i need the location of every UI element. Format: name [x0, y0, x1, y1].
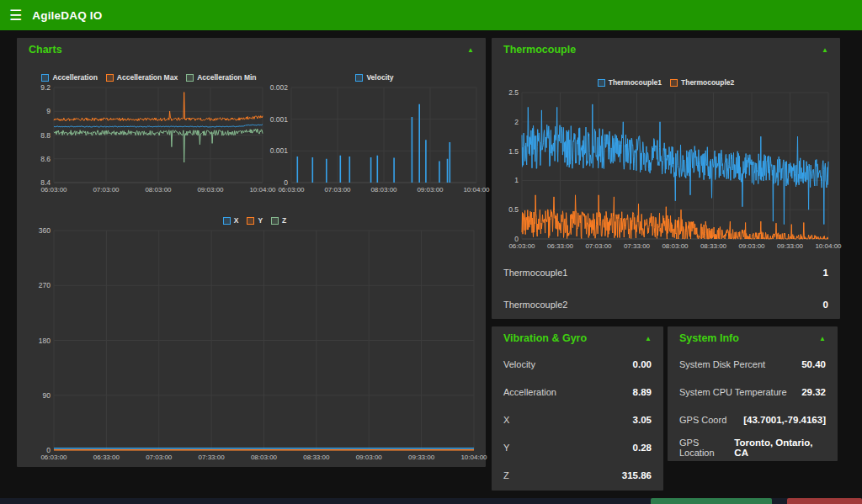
svg-text:2: 2	[514, 118, 519, 126]
metric-value: 8.89	[633, 387, 652, 397]
metric-row: System CPU Temperature 29.32	[668, 378, 838, 406]
svg-text:09:33:00: 09:33:00	[408, 454, 435, 461]
svg-text:08:03:00: 08:03:00	[662, 242, 689, 250]
hamburger-menu-icon[interactable]: ☰	[9, 8, 22, 23]
legend-swatch-icon	[41, 74, 49, 82]
vibration-readouts: Velocity 0.00 Accelleration 8.89 X 3.05 …	[492, 350, 663, 489]
svg-text:180: 180	[39, 337, 51, 345]
legend-item[interactable]: Thermocouple2	[670, 78, 734, 87]
svg-text:09:03:00: 09:03:00	[197, 186, 224, 194]
metric-label: System Disk Percent	[679, 359, 765, 369]
legend-item[interactable]: Thermocouple1	[598, 78, 662, 87]
legend-label: Accelleration	[52, 73, 97, 82]
legend-swatch-icon	[106, 74, 114, 82]
charts-panel: Charts ▲ AccellerationAccelleration MaxA…	[17, 38, 486, 467]
velocity-chart-plot: 0.0020.0010.001006:03:0007:03:0008:03:00…	[266, 83, 483, 196]
metric-row: Thermocouple2 0	[492, 289, 840, 321]
legend-swatch-icon	[598, 79, 605, 87]
metric-label: Thermocouple2	[503, 300, 567, 310]
svg-text:06:03:00: 06:03:00	[508, 242, 535, 250]
metric-value: 0.28	[633, 443, 652, 453]
system-readouts: System Disk Percent 50.40 System CPU Tem…	[668, 350, 838, 461]
collapse-arrow-icon[interactable]: ▲	[645, 335, 652, 342]
svg-text:08:33:00: 08:33:00	[303, 454, 330, 461]
svg-text:06:03:00: 06:03:00	[40, 186, 67, 194]
xyz-chart-plot: 36027018090006:03:0006:33:0007:03:0007:3…	[29, 226, 481, 464]
metric-row: Accelleration 8.89	[492, 378, 663, 406]
dashboard: ☰ AgileDAQ IO Charts ▲ AccellerationAcce…	[0, 0, 862, 504]
legend-label: X	[234, 216, 239, 225]
svg-text:08:03:00: 08:03:00	[145, 186, 172, 194]
metric-value: 0.00	[633, 359, 652, 369]
metric-value: 50.40	[801, 359, 826, 369]
svg-text:07:03:00: 07:03:00	[93, 186, 120, 194]
legend-item[interactable]: Accelleration	[41, 73, 97, 82]
velocity-chart: Velocity 0.0020.0010.001006:03:0007:03:0…	[266, 72, 483, 196]
svg-text:08:33:00: 08:33:00	[700, 242, 727, 250]
svg-text:07:33:00: 07:33:00	[199, 454, 226, 461]
thermocouple-panel-header: Thermocouple ▲	[492, 38, 840, 61]
footer-bar	[0, 498, 862, 504]
metric-label: Accelleration	[503, 387, 556, 397]
legend-label: Y	[258, 216, 263, 225]
legend-item[interactable]: Accelleration Max	[106, 73, 178, 82]
collapse-arrow-icon[interactable]: ▲	[467, 46, 474, 54]
legend-label: Velocity	[366, 73, 393, 82]
svg-text:06:33:00: 06:33:00	[93, 454, 120, 461]
legend-label: Z	[282, 216, 286, 225]
svg-text:1.5: 1.5	[508, 147, 519, 156]
thermocouple-chart: Thermocouple1Thermocouple2 2.521.510.500…	[497, 77, 835, 252]
metric-value: 29.32	[801, 387, 826, 397]
app-header: ☰ AgileDAQ IO	[0, 0, 862, 30]
svg-text:9.2: 9.2	[40, 83, 51, 92]
metric-value: 1	[823, 268, 828, 278]
velocity-chart-legend: Velocity	[266, 72, 483, 83]
metric-value: [43.7001,-79.4163]	[743, 415, 826, 425]
legend-swatch-icon	[670, 79, 678, 87]
metric-label: Thermocouple1	[503, 268, 567, 278]
svg-text:08:03:00: 08:03:00	[370, 186, 397, 194]
app-title: AgileDAQ IO	[32, 9, 102, 22]
svg-text:07:03:00: 07:03:00	[146, 454, 173, 461]
legend-item[interactable]: Y	[247, 216, 263, 225]
svg-text:0.001: 0.001	[270, 115, 289, 124]
legend-swatch-icon	[271, 217, 279, 225]
legend-item[interactable]: Z	[271, 216, 286, 225]
charts-panel-header: Charts ▲	[17, 38, 486, 61]
svg-text:09:03:00: 09:03:00	[356, 454, 383, 461]
svg-text:07:03:00: 07:03:00	[324, 186, 351, 194]
svg-text:09:03:00: 09:03:00	[738, 242, 765, 250]
svg-text:07:03:00: 07:03:00	[585, 242, 612, 250]
svg-text:8.6: 8.6	[40, 155, 51, 163]
svg-text:2.5: 2.5	[508, 88, 519, 97]
metric-row: GPS Coord [43.7001,-79.4163]	[668, 406, 838, 433]
metric-row: System Disk Percent 50.40	[668, 350, 838, 378]
thermocouple-readouts: Thermocouple1 1 Thermocouple2 0	[492, 257, 840, 321]
legend-item[interactable]: Velocity	[355, 73, 393, 82]
xyz-chart: XYZ 36027018090006:03:0006:33:0007:03:00…	[29, 215, 481, 464]
metric-label: System CPU Temperature	[679, 387, 787, 397]
legend-label: Thermocouple2	[681, 78, 734, 87]
legend-item[interactable]: X	[223, 216, 239, 225]
svg-text:06:03:00: 06:03:00	[40, 454, 67, 461]
legend-swatch-icon	[247, 217, 254, 225]
footer-green-button[interactable]	[651, 498, 772, 504]
svg-text:8.8: 8.8	[40, 131, 51, 140]
svg-text:0.002: 0.002	[270, 83, 289, 92]
collapse-arrow-icon[interactable]: ▲	[819, 335, 826, 342]
metric-row: X 3.05	[492, 406, 663, 433]
svg-text:10:04:00: 10:04:00	[463, 186, 490, 194]
acceleration-chart: AccellerationAccelleration MaxAccellerat…	[29, 72, 269, 196]
footer-red-button[interactable]	[787, 498, 862, 504]
vibration-gyro-panel-title: Vibration & Gyro	[503, 332, 587, 344]
charts-panel-title: Charts	[29, 44, 62, 56]
svg-text:270: 270	[39, 281, 51, 289]
thermocouple-panel-title: Thermocouple	[503, 44, 576, 56]
metric-value: 315.86	[622, 470, 652, 480]
xyz-chart-legend: XYZ	[29, 215, 481, 226]
svg-text:09:03:00: 09:03:00	[417, 186, 444, 194]
legend-item[interactable]: Accelleration Min	[186, 73, 256, 82]
thermocouple-panel: Thermocouple ▲ Thermocouple1Thermocouple…	[492, 38, 840, 319]
collapse-arrow-icon[interactable]: ▲	[822, 46, 828, 54]
acceleration-chart-plot: 9.298.88.68.406:03:0007:03:0008:03:0009:…	[29, 83, 269, 196]
